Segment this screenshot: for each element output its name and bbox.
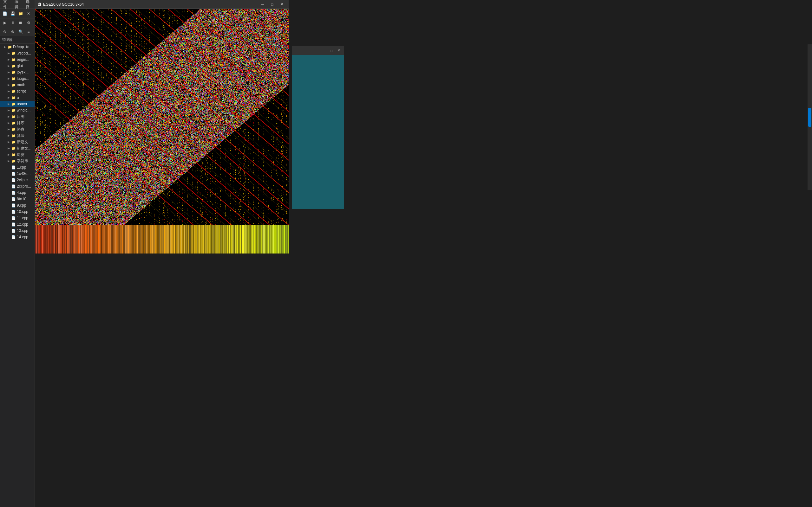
tree-view[interactable]: ▶📁D:/cpp_to▶📁.vscod...▶📁engin...▶📁glut▶📁… bbox=[0, 44, 35, 507]
tree-item-suanfa[interactable]: ▶📁算法 bbox=[0, 132, 35, 139]
tree-label-joyski: joyski... bbox=[17, 70, 30, 74]
scrollbar-thumb[interactable] bbox=[808, 108, 811, 127]
ege-window: 🖼 EGE20.08 GCC10.3x64 ─ □ ✕ bbox=[35, 0, 289, 225]
save-btn[interactable]: 💾 bbox=[9, 10, 16, 17]
tree-item-f4[interactable]: 📄2clipro... bbox=[0, 183, 35, 189]
tree-item-vscode[interactable]: ▶📁.vscod... bbox=[0, 50, 35, 56]
teal-window: ─ □ ✕ bbox=[292, 46, 344, 209]
tree-item-f5[interactable]: 📄4.cpp bbox=[0, 189, 35, 196]
toolbar-row3: ⊖ ⊕ 🔍 ≡ bbox=[0, 27, 35, 36]
ege-window-controls: ─ □ ✕ bbox=[258, 1, 286, 8]
folder-icon: 📁 bbox=[11, 83, 16, 87]
tree-arrow-suanfa: ▶ bbox=[8, 134, 11, 137]
file-icon: 📄 bbox=[11, 197, 16, 201]
tree-item-f11[interactable]: 📄13.cpp bbox=[0, 228, 35, 234]
zoom-in-btn[interactable]: ⊕ bbox=[9, 28, 16, 35]
folder-icon: 📁 bbox=[11, 147, 16, 151]
tree-arrow-xinjian1: ▶ bbox=[8, 140, 11, 144]
tree-item-engine[interactable]: ▶📁engin... bbox=[0, 56, 35, 63]
tree-item-f1[interactable]: 📄1.cpp bbox=[0, 164, 35, 170]
tree-item-f7[interactable]: 📄9.cpp bbox=[0, 202, 35, 209]
ege-minimize-btn[interactable]: ─ bbox=[258, 1, 267, 8]
tree-label-huisu: 回溯 bbox=[17, 114, 24, 119]
toolbar-row1: 📄 💾 📁 ✕ bbox=[0, 9, 35, 18]
tree-label-usaco: usaco bbox=[17, 102, 27, 106]
noise-canvas bbox=[35, 9, 289, 225]
tree-item-f2[interactable]: 📄1o48e... bbox=[0, 170, 35, 177]
tree-arrow-script: ▶ bbox=[8, 90, 11, 93]
strip-canvas bbox=[35, 225, 289, 253]
open-btn[interactable]: 📁 bbox=[17, 10, 24, 17]
close-btn[interactable]: ✕ bbox=[25, 10, 32, 17]
teal-minimize-btn[interactable]: ─ bbox=[320, 47, 327, 54]
debug-btn[interactable]: ⏸ bbox=[9, 19, 16, 26]
ege-canvas bbox=[35, 9, 289, 225]
tree-item-math[interactable]: ▶📁math bbox=[0, 82, 35, 88]
teal-close-btn[interactable]: ✕ bbox=[335, 47, 343, 54]
tree-item-joyski[interactable]: ▶📁joyski... bbox=[0, 69, 35, 75]
tree-label-f7: 9.cpp bbox=[17, 203, 26, 208]
tree-item-f9[interactable]: 📄11.cpp bbox=[0, 215, 35, 221]
tree-item-zhousai[interactable]: ▶📁周赛 bbox=[0, 152, 35, 158]
tree-label-paixu: 排序 bbox=[17, 120, 24, 126]
tree-label-suanfa: 算法 bbox=[17, 133, 24, 138]
file-icon: 📄 bbox=[11, 235, 16, 239]
tree-arrow-paixu: ▶ bbox=[8, 121, 11, 124]
new-file-btn[interactable]: 📄 bbox=[1, 10, 8, 17]
tree-item-u[interactable]: ▶📁u bbox=[0, 95, 35, 101]
tree-arrow-huisu: ▶ bbox=[8, 115, 11, 118]
tree-arrow-reshen: ▶ bbox=[8, 128, 11, 131]
file-icon: 📄 bbox=[11, 184, 16, 188]
tree-item-script[interactable]: ▶📁script bbox=[0, 88, 35, 95]
stop-btn[interactable]: ⏹ bbox=[17, 19, 24, 26]
folder-icon: 📁 bbox=[11, 159, 16, 163]
tree-label-f6: 8to10... bbox=[17, 197, 30, 201]
folder-icon: 📁 bbox=[11, 134, 16, 138]
right-panel bbox=[323, 0, 812, 507]
file-icon: 📄 bbox=[11, 210, 16, 214]
zoom-out-btn[interactable]: ⊖ bbox=[1, 28, 8, 35]
tree-item-glut[interactable]: ▶📁glut bbox=[0, 63, 35, 69]
right-scrollbar[interactable] bbox=[808, 44, 812, 190]
tree-label-f10: 12.cpp bbox=[17, 222, 28, 227]
settings-btn[interactable]: ⚙ bbox=[25, 19, 32, 26]
file-icon: 📄 bbox=[11, 191, 16, 195]
ege-maximize-btn[interactable]: □ bbox=[268, 1, 276, 8]
file-icon: 📄 bbox=[11, 165, 16, 170]
tree-item-huisu[interactable]: ▶📁回溯 bbox=[0, 113, 35, 120]
tree-label-math: math bbox=[17, 83, 26, 87]
tree-item-f10[interactable]: 📄12.cpp bbox=[0, 221, 35, 228]
tree-label-reshen: 热身 bbox=[17, 127, 24, 132]
teal-maximize-btn[interactable]: □ bbox=[327, 47, 335, 54]
tree-item-luogu[interactable]: ▶📁luogu... bbox=[0, 75, 35, 82]
folder-icon: 📁 bbox=[11, 127, 16, 131]
folder-icon: 📁 bbox=[11, 153, 16, 157]
tree-item-f8[interactable]: 📄10.cpp bbox=[0, 209, 35, 215]
tree-item-windic[interactable]: ▶📁windic... bbox=[0, 107, 35, 113]
toolbar-row2: ▶ ⏸ ⏹ ⚙ bbox=[0, 18, 35, 27]
tree-item-f6[interactable]: 📄8to10... bbox=[0, 196, 35, 202]
tree-label-f1: 1.cpp bbox=[17, 165, 26, 170]
tree-item-f12[interactable]: 📄14.cpp bbox=[0, 234, 35, 240]
folder-icon: 📁 bbox=[11, 64, 16, 68]
tree-item-f3[interactable]: 📄2clip.c... bbox=[0, 177, 35, 183]
tree-item-root[interactable]: ▶📁D:/cpp_to bbox=[0, 44, 35, 50]
tree-label-glut: glut bbox=[17, 64, 23, 68]
ide-panel: 文件 编辑 选择 📄 💾 📁 ✕ ▶ ⏸ ⏹ ⚙ ⊖ ⊕ 🔍 ≡ 管理器 ▶📁D… bbox=[0, 0, 35, 507]
tree-arrow-glut: ▶ bbox=[8, 64, 11, 67]
menu-bar: 文件 编辑 选择 bbox=[0, 0, 35, 9]
tree-item-paixu[interactable]: ▶📁排序 bbox=[0, 120, 35, 126]
tree-arrow-vscode: ▶ bbox=[8, 52, 11, 55]
search-btn[interactable]: 🔍 bbox=[17, 28, 24, 35]
tree-item-reshen[interactable]: ▶📁热身 bbox=[0, 126, 35, 132]
ege-close-btn[interactable]: ✕ bbox=[277, 1, 286, 8]
run-btn[interactable]: ▶ bbox=[1, 19, 8, 26]
tree-item-xinjian1[interactable]: ▶📁新建文... bbox=[0, 139, 35, 145]
extra-btn[interactable]: ≡ bbox=[25, 28, 32, 35]
teal-content bbox=[292, 55, 344, 209]
tree-item-zifucuan[interactable]: ▶📁字符串... bbox=[0, 158, 35, 164]
tree-item-usaco[interactable]: ▶📁usaco bbox=[0, 101, 35, 107]
tree-item-xinjian2[interactable]: ▶📁新建文... bbox=[0, 145, 35, 152]
tree-label-root: D:/cpp_to bbox=[13, 45, 29, 49]
folder-icon: 📁 bbox=[8, 45, 12, 49]
